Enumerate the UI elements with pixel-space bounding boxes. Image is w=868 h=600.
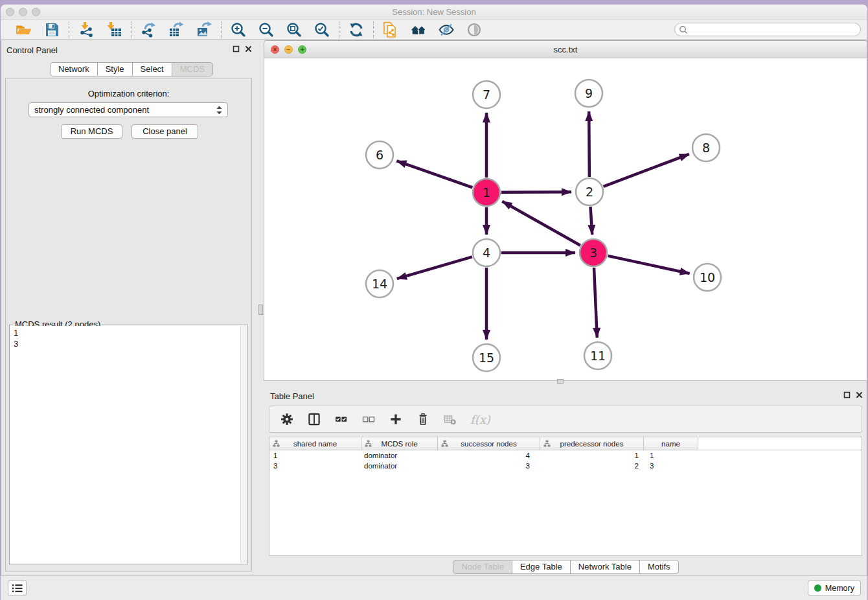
zoom-in-icon[interactable] — [230, 21, 247, 38]
column-header-MCDS-role[interactable]: MCDS role — [361, 437, 438, 450]
export-table-icon[interactable] — [168, 21, 185, 38]
zoom-window-button[interactable] — [32, 8, 40, 16]
mcds-result-groupbox: MCDS result (2 nodes) 13 — [9, 325, 248, 564]
graph-node-label: 10 — [700, 270, 715, 284]
graph-edge-3-1[interactable] — [502, 202, 580, 246]
tab-edge-table[interactable]: Edge Table — [512, 560, 571, 574]
graph-edge-1-2[interactable] — [501, 192, 571, 192]
graph-edge-2-8[interactable] — [604, 154, 689, 187]
table-cell[interactable]: dominator — [361, 450, 438, 461]
memory-button[interactable]: Memory — [808, 580, 861, 596]
select-all-checkboxes-icon[interactable] — [334, 412, 348, 426]
graph-node-label: 1 — [483, 185, 490, 200]
column-header-successor-nodes[interactable]: successor nodes — [438, 437, 540, 450]
zoom-fit-icon[interactable] — [286, 21, 303, 38]
table-cell[interactable]: 3 — [438, 461, 540, 471]
window-title: Session: New Session — [1, 5, 867, 19]
show-column-icon[interactable] — [307, 412, 321, 426]
graph-node-label: 15 — [479, 351, 494, 365]
zoom-out-icon[interactable] — [258, 21, 275, 38]
open-folder-icon[interactable] — [16, 21, 32, 38]
column-header-label: shared name — [293, 440, 337, 448]
column-header-shared-name[interactable]: shared name — [269, 437, 361, 450]
float-table-panel-icon[interactable] — [843, 391, 851, 398]
tab-style[interactable]: Style — [98, 62, 133, 76]
close-panel-button[interactable]: Close panel — [131, 124, 198, 139]
tab-select[interactable]: Select — [133, 62, 172, 76]
graph-edge-3-11[interactable] — [594, 268, 597, 338]
search-icon — [679, 25, 688, 34]
run-mcds-button[interactable]: Run MCDS — [61, 124, 122, 139]
import-network-icon[interactable] — [78, 21, 95, 38]
graph-edge-2-9[interactable] — [589, 111, 589, 177]
table-cell[interactable]: 2 — [540, 461, 644, 471]
graph-edge-1-6[interactable] — [396, 161, 472, 187]
refresh-icon[interactable] — [348, 21, 365, 38]
new-network-from-file-icon[interactable] — [382, 21, 399, 38]
vertical-splitter-grip[interactable] — [258, 305, 263, 315]
tab-network[interactable]: Network — [50, 62, 98, 76]
float-panel-icon[interactable] — [233, 45, 240, 52]
deselect-all-checkboxes-icon[interactable] — [361, 412, 376, 426]
table-header-row: shared nameMCDS rolesuccessor nodesprede… — [269, 437, 862, 450]
add-column-icon[interactable] — [389, 412, 403, 426]
hide-panel-eye-icon[interactable] — [438, 21, 455, 38]
table-cell[interactable]: 1 — [644, 450, 698, 461]
show-panel-eye-icon[interactable] — [466, 21, 483, 38]
close-panel-icon[interactable] — [245, 45, 252, 52]
delete-table-icon[interactable] — [443, 412, 457, 426]
table-cell[interactable]: 1 — [540, 450, 644, 461]
list-icon — [12, 583, 23, 594]
table-settings-gear-icon[interactable] — [280, 412, 294, 426]
tab-node-table[interactable]: Node Table — [453, 560, 512, 574]
close-window-button[interactable] — [6, 8, 14, 16]
import-table-icon[interactable] — [106, 21, 122, 38]
table-row[interactable]: 1dominator411 — [269, 450, 862, 461]
home-icon[interactable] — [410, 21, 427, 38]
graph-edge-2-3[interactable] — [590, 207, 592, 235]
tab-motifs[interactable]: Motifs — [640, 560, 679, 574]
mcds-result-line[interactable]: 3 — [14, 338, 237, 349]
column-header-name[interactable]: name — [644, 437, 698, 450]
table-cell[interactable]: dominator — [361, 461, 438, 471]
column-header-predecessor-nodes[interactable]: predecessor nodes — [540, 437, 644, 450]
table-row[interactable]: 3dominator323 — [269, 461, 862, 471]
network-minimize-button[interactable]: − — [284, 45, 293, 54]
close-table-panel-icon[interactable] — [856, 391, 863, 398]
table-cell[interactable]: 4 — [438, 450, 540, 461]
mcds-result-list[interactable]: 13 — [10, 326, 240, 563]
export-image-icon[interactable] — [196, 21, 212, 38]
window-titlebar: Session: New Session — [1, 5, 867, 19]
tab-network-table[interactable]: Network Table — [571, 560, 640, 574]
criterion-dropdown[interactable]: strongly connected component — [29, 102, 228, 117]
graph-node-label: 2 — [586, 185, 593, 199]
network-zoom-button[interactable]: + — [298, 45, 306, 54]
tab-mcds[interactable]: MCDS — [172, 62, 213, 76]
search-input[interactable] — [688, 24, 856, 35]
export-network-icon[interactable] — [140, 21, 157, 38]
table-cell[interactable]: 1 — [269, 450, 361, 461]
network-close-button[interactable]: × — [271, 45, 279, 54]
table-panel-tabs: Node TableEdge TableNetwork TableMotifs — [264, 560, 868, 574]
optimization-criterion-label: Optimization criterion: — [5, 89, 252, 98]
task-history-button[interactable] — [8, 580, 27, 596]
network-canvas[interactable]: 7968124314101511 — [264, 58, 867, 381]
graph-node-label: 3 — [589, 246, 597, 260]
search-box[interactable] — [674, 23, 861, 36]
result-scrollbar[interactable] — [240, 326, 247, 563]
graph-node-label: 9 — [585, 86, 593, 100]
table-panel-title: Table Panel — [270, 391, 314, 401]
save-icon[interactable] — [43, 21, 60, 38]
graph-edge-4-14[interactable] — [397, 257, 472, 279]
column-header-label: name — [661, 440, 680, 448]
delete-column-icon[interactable] — [416, 412, 430, 426]
mcds-result-line[interactable]: 1 — [14, 327, 237, 338]
graph-edge-3-10[interactable] — [608, 256, 689, 273]
minimize-window-button[interactable] — [19, 8, 27, 16]
table-cell[interactable]: 3 — [644, 461, 698, 471]
memory-label: Memory — [825, 584, 854, 593]
function-builder-icon[interactable]: f(x) — [470, 413, 490, 426]
table-cell[interactable]: 3 — [269, 461, 361, 471]
zoom-selected-icon[interactable] — [314, 21, 330, 38]
horizontal-splitter-grip[interactable] — [557, 379, 564, 384]
